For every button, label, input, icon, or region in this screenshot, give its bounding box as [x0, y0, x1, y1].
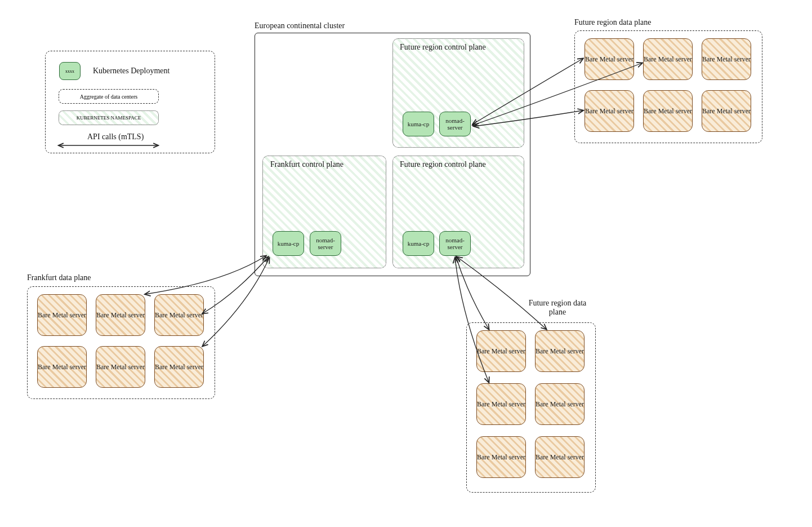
bare-metal-label: Bare Metal server [536, 347, 584, 355]
bare-metal-label: Bare Metal server [38, 311, 86, 319]
bare-metal-server: Bare Metal server [96, 294, 145, 336]
bare-metal-label: Bare Metal server [585, 55, 633, 63]
control-plane-future-bottom-title: Future region control plane [400, 160, 486, 169]
bare-metal-server: Bare Metal server [535, 383, 585, 425]
bare-metal-label: Bare Metal server [477, 453, 525, 461]
bare-metal-label: Bare Metal server [536, 400, 584, 408]
deployment-label: kuma-cp [408, 121, 429, 127]
bare-metal-server: Bare Metal server [476, 383, 526, 425]
bare-metal-label: Bare Metal server [702, 107, 751, 115]
bare-metal-server: Bare Metal server [643, 90, 693, 132]
bare-metal-server: Bare Metal server [585, 90, 634, 132]
deployment-label: nomad-server [311, 237, 340, 250]
legend-aggregate-swatch: Aggregate of data centers [59, 89, 159, 104]
bare-metal-server: Bare Metal server [37, 346, 87, 388]
bare-metal-label: Bare Metal server [477, 347, 525, 355]
bare-metal-server: Bare Metal server [643, 38, 693, 80]
deployment-label: kuma-cp [408, 240, 429, 247]
bare-metal-server: Bare Metal server [585, 38, 634, 80]
deployment-kuma-cp: kuma-cp [403, 231, 434, 256]
bare-metal-server: Bare Metal server [702, 90, 751, 132]
bare-metal-label: Bare Metal server [702, 55, 751, 63]
bare-metal-server: Bare Metal server [154, 294, 204, 336]
bare-metal-server: Bare Metal server [535, 330, 585, 372]
bare-metal-server: Bare Metal server [96, 346, 145, 388]
bare-metal-server: Bare Metal server [702, 38, 751, 80]
legend-api-label: API calls (mTLS) [87, 132, 144, 141]
frankfurt-dp-title: Frankfurt data plane [27, 273, 91, 282]
deployment-label: kuma-cp [278, 240, 299, 247]
bare-metal-label: Bare Metal server [585, 107, 633, 115]
bare-metal-server: Bare Metal server [154, 346, 204, 388]
bare-metal-server: Bare Metal server [476, 330, 526, 372]
bare-metal-label: Bare Metal server [155, 363, 203, 371]
bare-metal-label: Bare Metal server [38, 363, 86, 371]
legend-namespace-swatch: KUBERNETES NAMESPACE [59, 110, 159, 125]
deployment-label: nomad-server [441, 117, 469, 131]
legend-aggregate-label: Aggregate of data centers [80, 94, 137, 100]
bare-metal-label: Bare Metal server [477, 400, 525, 408]
bare-metal-server: Bare Metal server [476, 436, 526, 478]
bare-metal-label: Bare Metal server [644, 55, 692, 63]
bare-metal-server: Bare Metal server [37, 294, 87, 336]
control-plane-future-top-title: Future region control plane [400, 43, 486, 52]
diagram-canvas: xxxx Kubernetes Deployment Aggregate of … [0, 0, 812, 527]
future-top-dp-title: Future region data plane [574, 18, 651, 27]
bare-metal-label: Bare Metal server [96, 363, 145, 371]
bare-metal-server: Bare Metal server [535, 436, 585, 478]
bare-metal-label: Bare Metal server [536, 453, 584, 461]
future-bottom-dp-title: Future region data plane [521, 299, 594, 317]
deployment-kuma-cp: kuma-cp [273, 231, 304, 256]
control-plane-frankfurt-title: Frankfurt control plane [270, 160, 343, 169]
deployment-kuma-cp: kuma-cp [403, 112, 434, 136]
legend-deployment-label: Kubernetes Deployment [93, 67, 169, 76]
legend-deployment-swatch-text: xxxx [65, 69, 74, 74]
cluster-title: European continental cluster [255, 21, 345, 30]
bare-metal-label: Bare Metal server [96, 311, 145, 319]
deployment-nomad-server: nomad-server [439, 231, 471, 256]
deployment-nomad-server: nomad-server [439, 112, 471, 136]
deployment-nomad-server: nomad-server [310, 231, 341, 256]
legend-deployment-swatch: xxxx [59, 62, 81, 80]
deployment-label: nomad-server [441, 237, 469, 250]
bare-metal-label: Bare Metal server [644, 107, 692, 115]
legend-namespace-label: KUBERNETES NAMESPACE [77, 115, 141, 121]
bare-metal-label: Bare Metal server [155, 311, 203, 319]
